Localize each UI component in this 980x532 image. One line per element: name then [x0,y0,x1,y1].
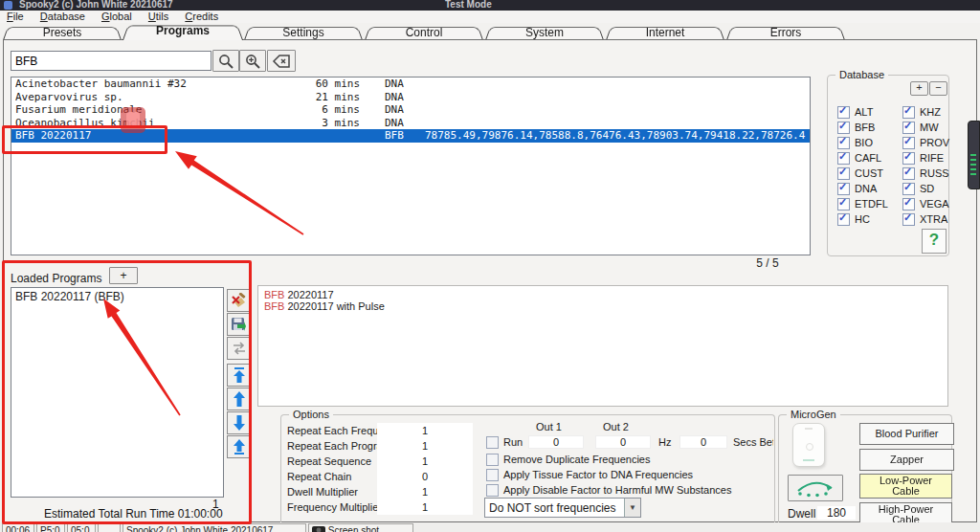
move-down-button[interactable] [227,411,251,434]
disable-factor-checkbox[interactable]: Apply Disable Factor to Harmful MW Subst… [486,483,731,497]
db-checkbox-prov[interactable]: PROV [902,136,949,149]
db-checkbox-sd[interactable]: SD [902,182,934,195]
repeat-sequence-field[interactable]: 1 [377,455,473,467]
move-bottom-icon [232,438,247,455]
program-title: 20220117 [287,289,333,300]
tab-presets[interactable]: Presets [3,26,122,40]
program-row[interactable]: Fusarium meridionale 6 mins DNA [11,103,810,117]
screenshot-button[interactable]: Screen shot [308,523,413,532]
db-checkbox-russ[interactable]: RUSS [902,166,949,180]
check-label: Apply Tissue Factor to DNA Frequencies [503,469,693,480]
checkbox-icon [486,469,499,481]
db-checkbox-vega[interactable]: VEGA [902,197,949,211]
program-database: DNA [385,103,423,117]
db-label: BIO [855,137,873,148]
tab-internet[interactable]: Internet [606,26,724,40]
clear-search-button[interactable] [267,50,296,72]
db-checkbox-rife[interactable]: RIFE [902,151,944,165]
blood-purifier-button[interactable]: Blood Purifier [859,423,954,445]
repeat-chain-field[interactable]: 0 [377,471,473,482]
db-checkbox-bfb[interactable]: BFB [837,121,875,134]
tab-system[interactable]: System [485,26,604,40]
search-input[interactable] [11,51,212,71]
db-label: HC [855,213,870,225]
menu-file[interactable]: File [7,11,24,22]
tab-label: Presets [3,26,122,39]
loaded-programs-list[interactable]: BFB 20220117 (BFB) [11,287,224,498]
dwell-multiplier-field[interactable]: 1 [377,486,473,498]
secs-between-label: Secs Between Fre [733,436,773,448]
db-checkbox-xtra[interactable]: XTRA [902,212,947,226]
db-checkbox-etdfl[interactable]: ETDFL [837,197,888,211]
move-up-button[interactable] [227,388,251,410]
menu-global[interactable]: Global [101,11,132,22]
program-row[interactable]: Oceanobacillus kimchii 3 mins DNA [11,117,810,130]
swap-order-button[interactable] [227,337,251,360]
add-database-button[interactable]: + [910,81,928,96]
checkbox-icon [486,436,499,449]
zoom-plus-icon [244,53,261,70]
move-top-button[interactable] [227,364,251,387]
db-checkbox-bio[interactable]: BIO [837,136,873,149]
repeat-each-frequency-field[interactable]: 1 [377,425,473,436]
sort-frequencies-dropdown[interactable]: Do NOT sort frequencies ▼ [484,498,641,518]
tab-errors[interactable]: Errors [726,26,845,40]
arrow-up-icon [232,390,247,408]
db-checkbox-khz[interactable]: KHZ [902,105,941,119]
clear-loaded-button[interactable] [227,289,251,312]
loaded-program-item[interactable]: BFB 20220117 (BFB) [11,288,223,305]
db-label: DNA [855,183,877,194]
menu-utils[interactable]: Utils [148,11,168,22]
add-loaded-program-button[interactable]: + [109,267,138,284]
tab-control[interactable]: Control [365,26,483,40]
status-p5: P5:0 [36,523,65,532]
menu-database[interactable]: Database [40,11,85,22]
program-row-selected[interactable]: BFB 20220117 BFB 78785.49,79876.14,78588… [11,129,810,143]
status-o5: 05:0 [67,523,96,532]
db-tag: BFB [264,289,284,300]
save-loaded-button[interactable] [227,313,251,336]
frequency-multiplier-field[interactable]: 1 [377,501,473,513]
tab-programs[interactable]: Programs [122,24,243,40]
status-bar: 00:06 P5:0 05:0 Spooky2 (c) John White 2… [0,522,980,532]
zoom-search-button[interactable] [239,50,266,72]
search-button[interactable] [212,50,239,72]
db-tag: BFB [264,300,284,312]
db-checkbox-alt[interactable]: ALT [837,105,873,119]
db-label: KHZ [920,106,941,118]
remove-duplicates-checkbox[interactable]: Remove Duplicate Frequencies [486,453,650,466]
zapper-button[interactable]: Zapper [859,449,954,471]
help-button[interactable]: ? [922,229,947,254]
db-checkbox-mw[interactable]: MW [902,121,939,134]
status-version: Spooky2 (c) John White 20210617 [122,523,306,532]
program-list[interactable]: Acinetobacter baumannii #32 60 mins DNA … [11,77,811,255]
dwell-field[interactable]: 180 [817,506,856,520]
app-window: Spooky2 (c) John White 20210617 Test Mod… [0,0,980,532]
side-dock-handle[interactable] [968,121,980,189]
secs-between-field[interactable]: 0 [679,435,727,449]
out1-frequency-field[interactable]: 0 [528,435,584,449]
checkbox-icon [837,106,850,119]
options-panel: Options Repeat Each Frequency 1 Repeat E… [280,414,775,522]
option-label: Repeat Each Program [287,440,391,452]
tab-label: Control [365,26,483,39]
menu-credits[interactable]: Credits [185,11,218,22]
move-bottom-button[interactable] [227,435,251,458]
sweep-button[interactable] [788,475,843,501]
db-checkbox-dna[interactable]: DNA [837,182,877,195]
out2-frequency-field[interactable]: 0 [595,435,651,449]
db-checkbox-cafl[interactable]: CAFL [837,151,881,165]
db-checkbox-hc[interactable]: HC [837,212,870,226]
tab-settings[interactable]: Settings [244,26,363,40]
low-power-cable-button[interactable]: Low-Power Cable [859,474,952,499]
tissue-factor-checkbox[interactable]: Apply Tissue Factor to DNA Frequencies [486,468,693,481]
program-row[interactable]: Acinetobacter baumannii #32 60 mins DNA [11,78,810,91]
program-row[interactable]: Aveparvovirus sp. 21 mins DNA [11,91,810,104]
tab-label: Errors [726,26,845,39]
db-checkbox-cust[interactable]: CUST [837,166,883,180]
checkbox-icon [902,167,915,180]
program-frequencies: 78785.49,79876.14,78588.8,76476.43,78903… [425,129,805,143]
remove-database-button[interactable]: − [929,81,947,96]
repeat-each-program-field[interactable]: 1 [377,440,473,452]
run-checkbox[interactable]: Run [486,435,523,449]
